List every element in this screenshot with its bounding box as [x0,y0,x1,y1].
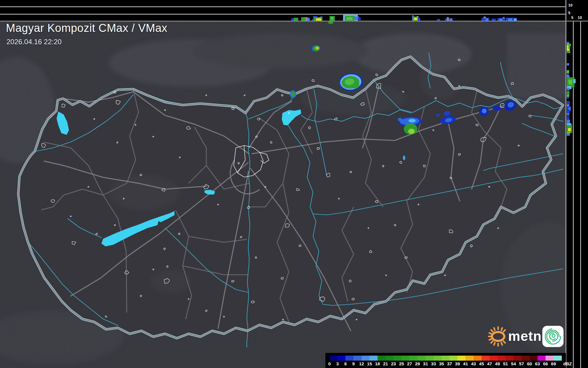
colorbar-swatch [386,356,394,361]
colorbar-swatch [482,356,490,361]
colorbar-swatch [418,356,426,361]
colorbar-tick: 57 [519,361,524,366]
axis-label-5km-top: 5 [568,11,570,15]
colorbar-tick: 27 [407,361,412,366]
metnet-logo: metnet [486,323,565,349]
profile-echo-block [567,120,570,123]
axis-label-10km-top: 10 [568,3,572,7]
profile-echo-block [291,18,294,21]
radar-map [0,22,566,368]
colorbar-tick: 63 [535,361,540,366]
profile-echo-block [499,19,502,21]
profile-echo-block [568,128,571,131]
panel-divider-horizontal [0,21,588,22]
right-gridline-5km [573,22,574,368]
colorbar-swatch [362,356,370,361]
colorbar-tick: 0 [328,361,331,366]
radar-echo-cell [408,129,415,134]
profile-echo-block [316,18,321,21]
timestamp: 2026.04.16 22:20 [6,38,62,46]
colorbar-swatch [442,356,450,361]
colorbar-tick: 49 [495,361,500,366]
profile-echo-block [347,17,353,20]
colorbar-tick: 41 [463,361,468,366]
radar-echo-cell [482,109,487,113]
dbz-colorbar: 0369121518212325272931333537394143454749… [325,353,566,368]
colorbar-swatch [457,356,466,361]
colorbar-swatch [426,356,434,361]
radar-echo-cell [291,91,295,97]
cyclone-spiral-icon [542,326,564,347]
profile-echo-block [503,17,505,19]
top-gridline-10km [0,6,566,7]
profile-echo-block [305,17,307,21]
profile-echo-block [358,18,361,20]
colorbar-tick: 43 [471,361,476,366]
right-profile-panel [566,22,588,368]
profile-echo-block [486,18,488,21]
profile-echo-block [567,88,570,90]
colorbar-swatch [474,356,482,361]
axis-label-5km-right: 5 [571,15,573,20]
colorbar-swatch [498,356,506,361]
colorbar-swatch [393,356,402,361]
profile-echo-block [484,17,486,18]
colorbar-swatch [409,356,418,361]
colorbar-unit: dBZ [563,361,572,366]
colorbar-tick: 66 [543,361,548,366]
colorbar-swatch [530,356,538,361]
profile-echo-block [567,70,569,73]
top-gridline-5km [0,14,566,14]
profile-echo-block [569,80,572,84]
profile-echo-block [567,63,569,66]
colorbar-swatch [538,356,546,361]
colorbar-swatch [337,356,346,361]
profile-echo-block [569,44,570,49]
colorbar-swatch [434,356,442,361]
colorbar-swatch [521,356,530,361]
profile-echo-block [567,115,569,117]
profile-echo-block [567,51,570,53]
colorbar-tick: 9 [352,361,355,366]
panel-divider-vertical [565,0,566,368]
colorbar-tick: 60 [527,361,532,366]
profile-echo-block [307,18,310,21]
colorbar-swatch [465,356,474,361]
colorbar-tick: 3 [336,361,339,366]
page-title: Magyar Kompozit CMax / VMax [6,22,167,35]
profile-echo-block [450,18,452,21]
profile-echo-block [414,18,417,20]
radar-echo-cell [436,114,440,117]
colorbar-tick: 29 [415,361,420,366]
colorbar-swatch [513,356,522,361]
profile-echo-block [514,19,516,21]
profile-axis-corner: 10 5 5 10 [566,0,588,22]
colorbar-tick: 15 [367,361,372,366]
colorbar-swatch [401,356,410,361]
profile-echo-block [320,17,322,18]
profile-echo-block [567,97,569,99]
profile-echo-block [573,79,576,83]
colorbar-swatch [345,356,354,361]
colorbar-tick: 47 [487,361,492,366]
profile-echo-block [492,19,496,21]
colorbar-swatch [378,356,386,361]
radar-echo-cell [398,118,402,121]
profile-echo-block [331,17,333,19]
profile-echo-block [447,17,449,21]
colorbar-tick: 6 [344,361,347,366]
colorbar-swatch [490,356,498,361]
colorbar-tick: 21 [383,361,388,366]
colorbar-tick: 45 [479,361,484,366]
colorbar-tick: 54 [511,361,516,366]
colorbar-tick: 35 [439,361,444,366]
colorbar-tick: 39 [455,361,460,366]
top-profile-panel [0,0,566,22]
radar-echo-cell [403,156,405,160]
profile-echo-block [508,18,512,21]
metnet-app-icon [542,326,564,347]
radar-echo-cell [315,47,319,50]
profile-echo-block [418,18,420,21]
colorbar-swatch [505,356,514,361]
colorbar-tick: 33 [431,361,436,366]
